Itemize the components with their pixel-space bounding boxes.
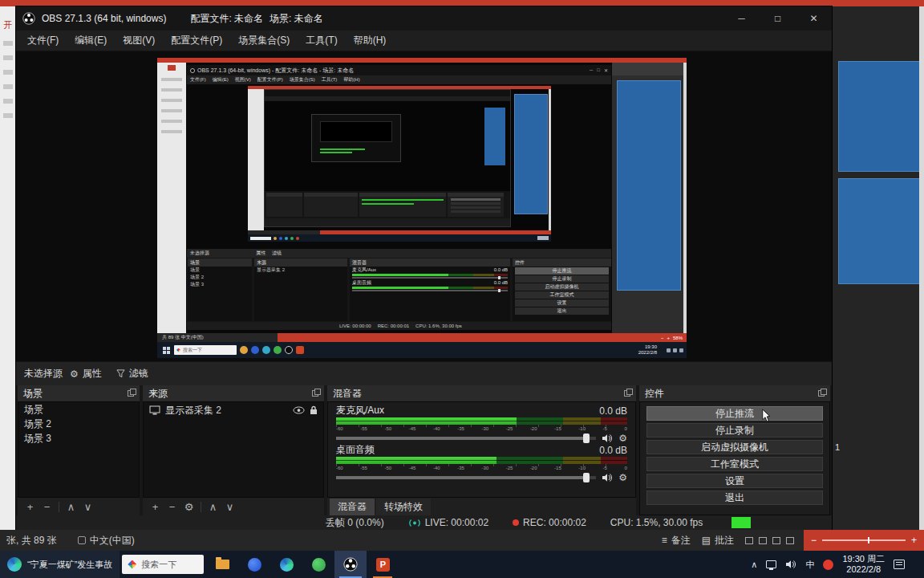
popout-icon[interactable] (818, 390, 825, 397)
news-widget[interactable]: “宁夏一煤矿”发生事故 (0, 551, 120, 578)
controls-header[interactable]: 控件 (639, 385, 830, 401)
decoration (168, 65, 176, 71)
scenes-header[interactable]: 场景 (18, 385, 140, 401)
mini-mixer-header: 混音器 (350, 258, 510, 267)
mic-volume-slider[interactable] (336, 437, 596, 440)
mini-window-controls: ─ □ ✕ (590, 67, 608, 73)
menubar: 文件(F) 编辑(E) 视图(V) 配置文件(P) 场景集合(S) 工具(T) … (16, 31, 832, 51)
slideshow-icon[interactable] (786, 537, 794, 544)
taskbar-clock[interactable]: 19:30 周二 2022/2/8 (842, 554, 885, 575)
filters-label: 滤镜 (129, 367, 148, 381)
slide-thumbnail[interactable] (838, 178, 920, 284)
red-tray-app-icon[interactable] (823, 560, 833, 570)
file-explorer-button[interactable] (206, 551, 238, 578)
source-properties-gear-icon[interactable]: ⚙ (180, 501, 197, 513)
zoom-in-button[interactable]: + (911, 535, 917, 546)
popout-icon[interactable] (128, 390, 134, 397)
desktop-volume-meter (336, 457, 627, 464)
mini-obs-icon (285, 346, 293, 354)
db-scale: -60-55-50-45-40-35-30-25-20-15-10-50 (336, 425, 627, 432)
scene-up-button[interactable]: ∧ (63, 501, 79, 513)
reading-view-icon[interactable] (772, 537, 780, 544)
menu-tools[interactable]: 工具(T) (298, 34, 345, 47)
notes-button[interactable]: ≡ 备注 (662, 534, 691, 547)
source-down-button[interactable]: ∨ (221, 501, 238, 513)
remove-scene-button[interactable]: − (38, 501, 55, 513)
slider-handle[interactable] (583, 473, 590, 482)
menu-scene-collection[interactable]: 场景集合(S) (230, 34, 298, 47)
zoom-out-button[interactable]: − (811, 535, 817, 546)
slide-sorter-icon[interactable] (759, 537, 767, 544)
exit-button[interactable]: 退出 (646, 490, 823, 505)
visibility-eye-icon[interactable] (293, 406, 305, 414)
start-virtual-camera-button[interactable]: 启动虚拟摄像机 (646, 440, 823, 454)
mini-controls-panel: 控件 停止推流 停止录制 启动虚拟摄像机 工作室模式 设置 退出 (513, 258, 611, 321)
app-button-blue[interactable] (238, 551, 270, 578)
filters-button[interactable]: 滤镜 (109, 364, 156, 383)
taskbar-app-icons: P (206, 551, 399, 578)
spacer (399, 551, 751, 578)
scene-row[interactable]: 场景 2 (18, 417, 139, 431)
stop-recording-button[interactable]: 停止录制 (646, 423, 823, 438)
accessibility-icon (78, 536, 86, 544)
zoom-slider[interactable] (822, 539, 906, 541)
menu-file[interactable]: 文件(F) (19, 34, 67, 47)
ime-indicator[interactable]: 中 (805, 559, 814, 571)
app-button-green[interactable] (302, 551, 334, 578)
close-button[interactable]: ✕ (796, 6, 832, 31)
menu-profile[interactable]: 配置文件(P) (163, 34, 230, 47)
source-row[interactable]: 显示器采集 2 (144, 402, 323, 418)
decoration (248, 89, 264, 230)
language-indicator[interactable]: 中文(中国) (78, 534, 135, 547)
menu-edit[interactable]: 编辑(E) (67, 34, 115, 47)
studio-mode-button[interactable]: 工作室模式 (646, 457, 823, 471)
maximize-button[interactable]: □ (760, 6, 796, 31)
mini-ppt-statusbar: 共 89 张 中文(中国) − + 58% (157, 333, 687, 342)
background-left-document: 开 (0, 6, 16, 530)
slider-handle[interactable] (583, 434, 590, 443)
taskbar-search-box[interactable]: 搜索一下 (122, 555, 204, 574)
network-icon[interactable] (766, 560, 776, 568)
comments-button[interactable]: ▤ 批注 (702, 534, 734, 547)
tab-mixer[interactable]: 混音器 (330, 499, 375, 515)
scene-row[interactable]: 场景 3 (18, 431, 139, 446)
powerpoint-taskbar-button[interactable]: P (367, 551, 399, 578)
lock-icon[interactable] (310, 405, 318, 415)
settings-button[interactable]: 设置 (646, 474, 823, 488)
obs-taskbar-button[interactable] (334, 551, 367, 578)
scene-row[interactable]: 场景 (18, 402, 139, 417)
decoration (161, 120, 182, 123)
sources-header[interactable]: 来源 (143, 385, 324, 401)
normal-view-icon[interactable] (745, 537, 753, 544)
add-source-button[interactable]: + (147, 501, 164, 513)
menu-help[interactable]: 帮助(H) (346, 34, 395, 47)
mic-settings-gear-icon[interactable]: ⚙ (618, 433, 627, 444)
speaker-icon[interactable] (602, 473, 613, 482)
preview-canvas[interactable]: OBS 27.1.3 (64-bit, windows) - 配置文件: 未命名… (16, 51, 832, 361)
scene-down-button[interactable]: ∨ (79, 501, 96, 513)
action-center-icon[interactable] (894, 560, 905, 569)
source-up-button[interactable]: ∧ (205, 501, 221, 513)
speaker-icon[interactable] (602, 434, 613, 443)
popout-icon[interactable] (624, 390, 630, 397)
mixer-header[interactable]: 混音器 (327, 385, 636, 401)
hidden-icons-chevron[interactable]: ∧ (751, 560, 757, 570)
zoom-slider-handle[interactable] (868, 537, 869, 543)
tray-speaker-icon[interactable] (785, 560, 796, 569)
remove-source-button[interactable]: − (164, 501, 180, 513)
edge-browser-button[interactable] (270, 551, 302, 578)
desktop-volume-slider[interactable] (336, 476, 596, 479)
mini-obs-window: OBS 27.1.3 (64-bit, windows) - 配置文件: 未命名… (186, 64, 612, 329)
add-scene-button[interactable]: + (22, 501, 38, 513)
popout-icon[interactable] (312, 390, 318, 397)
properties-button[interactable]: ⚙ 属性 (63, 364, 109, 383)
stop-streaming-button[interactable]: 停止推流 (646, 406, 823, 421)
desktop-settings-gear-icon[interactable]: ⚙ (618, 472, 627, 483)
tab-scene-transitions[interactable]: 转场特效 (376, 499, 431, 515)
menu-view[interactable]: 视图(V) (115, 34, 163, 47)
obs-titlebar[interactable]: OBS 27.1.3 (64 bit, windows) 配置文件: 未命名 场… (16, 6, 832, 31)
decoration (612, 63, 687, 75)
scrollbar[interactable] (919, 6, 924, 530)
slide-thumbnail[interactable] (838, 61, 920, 172)
minimize-button[interactable]: ─ (723, 6, 760, 31)
